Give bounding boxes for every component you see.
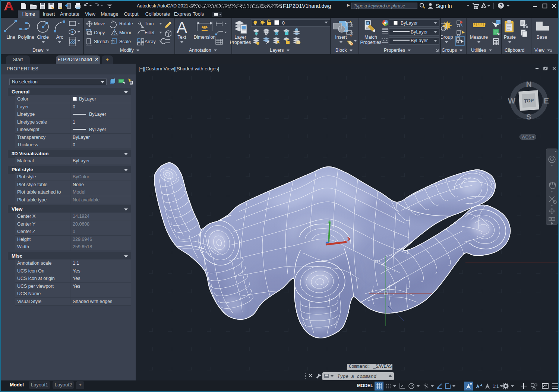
svg-text:Text: Text [178, 35, 186, 40]
svg-text:Rotate: Rotate [119, 21, 133, 26]
svg-text:Paste: Paste [504, 35, 516, 40]
svg-text:Group: Group [440, 35, 453, 40]
svg-text:Insert: Insert [335, 35, 347, 40]
svg-text:A: A [177, 19, 187, 36]
svg-text:Stretch: Stretch [94, 39, 109, 44]
svg-text:Match: Match [364, 35, 377, 40]
svg-text:Type a command: Type a command [337, 374, 377, 379]
svg-text:Mirror: Mirror [119, 30, 132, 35]
svg-text:Line: Line [6, 35, 15, 40]
svg-text:Arc: Arc [56, 35, 63, 40]
svg-text:Dimension: Dimension [193, 35, 215, 40]
svg-text:Circle: Circle [37, 35, 49, 40]
svg-text:Properties: Properties [230, 40, 251, 45]
svg-text:?: ? [499, 3, 502, 9]
svg-text:Move: Move [94, 21, 105, 26]
svg-text:Copy: Copy [94, 30, 105, 35]
svg-text:ByLayer: ByLayer [411, 29, 428, 35]
svg-text:Polyline: Polyline [18, 35, 34, 40]
svg-text:Measure: Measure [470, 35, 488, 40]
svg-text:Array: Array [145, 39, 156, 44]
svg-text:Layer: Layer [234, 35, 246, 40]
svg-text:ByLayer: ByLayer [411, 38, 428, 43]
svg-text:1:1: 1:1 [493, 384, 499, 389]
svg-text:Scale: Scale [119, 39, 131, 44]
svg-text:Properties: Properties [360, 40, 382, 45]
svg-text:ByLayer: ByLayer [401, 20, 418, 26]
svg-text:0: 0 [282, 20, 285, 26]
svg-text:Base: Base [537, 35, 547, 40]
svg-text:Trim: Trim [145, 21, 154, 26]
svg-text:Fillet: Fillet [145, 30, 155, 35]
